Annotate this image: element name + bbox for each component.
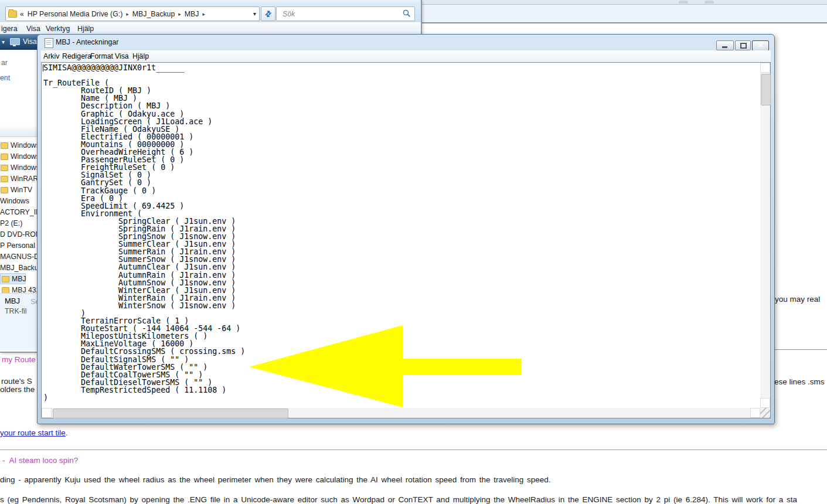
tree-item-label: Windows (11, 164, 40, 172)
command-dropdown-icon[interactable]: ▾ (2, 39, 5, 45)
question-heading: -AI steam loco spin? (2, 456, 78, 465)
menu-item-format[interactable]: Format (90, 52, 113, 60)
sentence-period: . (66, 428, 68, 437)
tree-item-label: Windows (0, 197, 29, 205)
text-caret (43, 64, 43, 71)
breadcrumb-segment[interactable]: MBJ (185, 10, 199, 18)
search-box[interactable] (276, 6, 415, 21)
breadcrumb-separator-icon: ▸ (126, 11, 129, 17)
breadcrumb-segment[interactable]: MBJ_Backup (132, 10, 175, 18)
breadcrumb-separator-icon: ▸ (178, 11, 181, 17)
explorer-titlebar-sliver[interactable] (0, 0, 421, 5)
notepad-title: MBJ - Anteckningar (56, 38, 118, 46)
resize-grip[interactable] (760, 408, 770, 418)
explorer-address-row: « HP Personal Media Drive (G:) ▸ MBJ_Bac… (0, 5, 421, 22)
sidebar-fragment: ar (1, 59, 8, 67)
menu-item-visa[interactable]: Visa (26, 25, 40, 33)
menu-item-redigera[interactable]: Redigera (62, 52, 91, 60)
tree-item-label: WinTV (11, 186, 32, 194)
scroll-right-button[interactable] (750, 408, 760, 418)
webpage-fragment: route's S (1, 377, 32, 386)
tree-item[interactable]: ACTORY_IM (0, 207, 42, 217)
webpage-fragment: ese lines .sms (774, 377, 825, 386)
tree-item[interactable]: Windows (1, 151, 40, 162)
close-button[interactable]: ✕ (752, 40, 769, 51)
window-button-remnant (705, 1, 714, 4)
notepad-menubar: Arkiv Redigera Format Visa Hjälp (41, 50, 771, 62)
question-heading-text: AI steam loco spin? (9, 456, 79, 465)
folder-icon (1, 176, 8, 182)
tree-item[interactable]: WinTV (1, 185, 32, 195)
maximize-button[interactable] (735, 40, 751, 50)
vertical-scrollbar[interactable] (760, 63, 770, 408)
tree-item-label: D DVD-ROM (0, 230, 42, 239)
tree-item-label: MAGNUS-D (0, 253, 39, 261)
yellow-arrow-annotation (246, 322, 525, 410)
address-dropdown-icon[interactable]: ▾ (253, 11, 256, 17)
search-icon (403, 9, 411, 18)
tree-item-label: Windows (11, 141, 40, 149)
menu-item-hjalp[interactable]: Hjälp (132, 52, 149, 60)
sidebar-link-fragment[interactable]: ent (0, 74, 10, 82)
search-input[interactable] (281, 8, 395, 20)
scroll-up-button[interactable] (760, 63, 770, 73)
heading-cutoff-fragment: - (2, 456, 5, 465)
breadcrumb-chevrons: « (20, 10, 24, 18)
route-start-tile-sentence: your route start tile. (0, 428, 68, 437)
tree-item[interactable]: P2 (E:) (0, 218, 22, 229)
tree-item-label: P Personal N (0, 241, 42, 250)
refresh-icon: ⇄ (263, 8, 273, 19)
webpage-fragment: you may real (775, 295, 820, 304)
folder-icon (2, 287, 9, 294)
views-icon (10, 38, 20, 45)
refresh-button[interactable]: ⇄ (261, 6, 275, 21)
menu-item-arkiv[interactable]: Arkiv (43, 52, 59, 60)
folder-icon (1, 165, 8, 171)
background-browser-toolbar (420, 0, 827, 23)
tree-item-label: ACTORY_IM (0, 208, 42, 216)
background-browser-top-strip (420, 0, 827, 5)
tree-item-label: P2 (E:) (0, 219, 22, 227)
vertical-scroll-thumb[interactable] (761, 74, 771, 105)
folder-icon (1, 154, 8, 160)
menu-item-verktyg[interactable]: Verktyg (46, 25, 70, 33)
breadcrumb-segment[interactable]: HP Personal Media Drive (G:) (28, 10, 122, 18)
route-start-tile-link[interactable]: your route start tile (0, 428, 66, 437)
folder-icon (1, 142, 8, 149)
tree-item[interactable]: MBJ_Backup (0, 263, 42, 273)
folder-icon (2, 276, 9, 282)
tree-item[interactable]: D DVD-ROM (0, 229, 42, 240)
menu-item-redigera[interactable]: igera (1, 25, 18, 33)
breadcrumb-separator-icon: ▸ (202, 11, 205, 17)
tree-item[interactable]: Windows (1, 162, 40, 173)
tree-item-label: WinRAR (11, 175, 38, 183)
screen: you may real my Route route's S olders t… (0, 0, 827, 504)
details-file-name: MBJ (5, 297, 20, 305)
tree-item-selected[interactable]: MBJ (2, 274, 26, 284)
explorer-menubar: igera Visa Verktyg Hjälp (0, 23, 421, 34)
scroll-down-button[interactable] (760, 398, 770, 408)
notepad-icon (45, 38, 53, 48)
menu-item-visa[interactable]: Visa (115, 52, 129, 60)
tree-item[interactable]: P Personal N (0, 240, 42, 251)
body-paragraph: s (eg Pendennis, Royal Scotsman) by open… (0, 495, 797, 504)
folder-icon (1, 187, 8, 193)
details-file-type: TRK-fil (5, 307, 27, 315)
menu-item-hjalp[interactable]: Hjälp (77, 25, 94, 33)
body-paragraph: ding - apparently Kuju used the wheel ra… (0, 475, 551, 484)
tree-item-label: Windows (11, 152, 40, 161)
tree-item-label: MBJ_Backup (0, 264, 42, 272)
minimize-button[interactable] (716, 40, 734, 50)
address-bar[interactable]: « HP Personal Media Drive (G:) ▸ MBJ_Bac… (5, 6, 260, 21)
folder-icon (8, 11, 17, 18)
scroll-left-button[interactable] (42, 408, 52, 418)
tree-item[interactable]: Windows (1, 140, 40, 151)
webpage-fragment: my Route (2, 355, 36, 364)
tree-item[interactable]: Windows (0, 196, 29, 206)
views-button[interactable]: Visa (23, 38, 37, 46)
tree-item-label: MBJ (12, 275, 26, 283)
tree-item[interactable]: WinRAR (1, 173, 38, 184)
window-button-remnant (679, 1, 688, 4)
tree-item[interactable]: MAGNUS-D (0, 251, 39, 262)
notepad-titlebar[interactable]: MBJ - Anteckningar ✕ (38, 35, 774, 50)
